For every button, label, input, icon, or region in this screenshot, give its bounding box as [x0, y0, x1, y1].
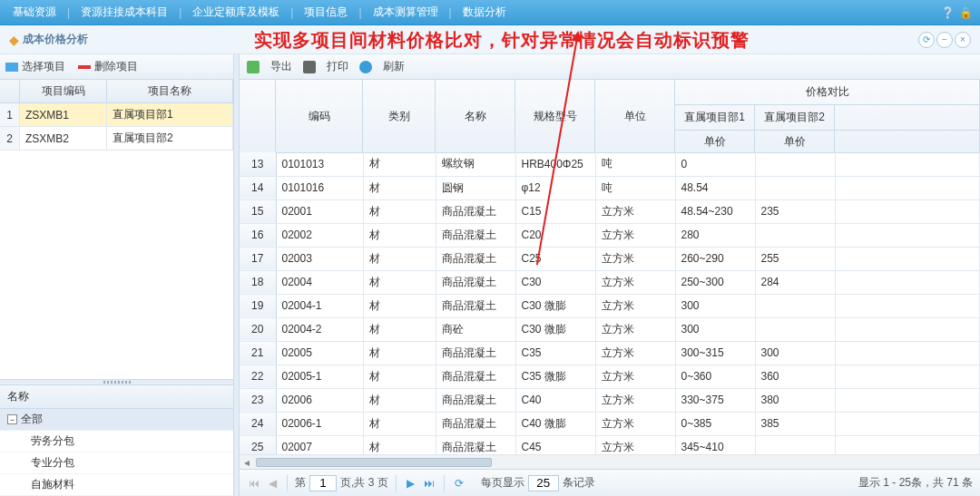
first-page-icon[interactable]: ⏮: [247, 476, 261, 491]
analysis-icon: ◆: [9, 33, 19, 47]
data-grid: 编码 类别 名称 规格型号 单位 价格对比 直属项目部1 直属项目部2: [240, 80, 980, 469]
table-row[interactable]: 2302006材商品混凝土C40立方米330~375380: [240, 388, 980, 412]
col-price-group: 价格对比 直属项目部1 直属项目部2 单价 单价: [675, 80, 980, 152]
col-project-name[interactable]: 项目名称: [107, 80, 233, 102]
refresh-icon[interactable]: [359, 61, 372, 73]
col-unitprice1[interactable]: 单价: [675, 131, 755, 152]
print-button[interactable]: 打印: [327, 59, 348, 74]
last-page-icon[interactable]: ⏭: [422, 476, 436, 491]
col-spec[interactable]: 规格型号: [515, 80, 595, 152]
col-proj1[interactable]: 直属项目部1: [675, 105, 755, 131]
project-row[interactable]: 1ZSXMB1直属项目部1: [0, 103, 233, 127]
horizontal-splitter[interactable]: [0, 380, 233, 385]
project-row[interactable]: 2ZSXMB2直属项目部2: [0, 127, 233, 151]
col-unit[interactable]: 单位: [595, 80, 675, 152]
collapse-icon[interactable]: −: [7, 414, 17, 424]
table-row[interactable]: 2202005-1材商品混凝土C35 微膨立方米0~360360: [240, 365, 980, 388]
table-row[interactable]: 130101013材螺纹钢HRB400Φ25吨0: [240, 152, 980, 176]
right-panel: 导出 打印 刷新 编码 类别 名称 规格型号 单位: [234, 54, 980, 496]
col-project-code[interactable]: 项目编码: [20, 80, 107, 102]
grid-header: 编码 类别 名称 规格型号 单位 价格对比 直属项目部1 直属项目部2: [240, 80, 980, 153]
tree-node[interactable]: 劳务分包: [0, 431, 233, 452]
table-row[interactable]: 2402006-1材商品混凝土C40 微膨立方米0~385385: [240, 412, 980, 435]
menu-item[interactable]: 资源挂接成本科目: [75, 5, 173, 20]
select-project-button[interactable]: 选择项目: [22, 59, 65, 74]
scroll-thumb[interactable]: [256, 458, 492, 467]
table-row[interactable]: 2002004-2材商砼C30 微膨立方米300: [240, 317, 980, 341]
print-icon[interactable]: [303, 61, 316, 73]
menu-item[interactable]: 企业定额库及模板: [187, 5, 285, 20]
grid-toolbar: 导出 打印 刷新: [240, 54, 980, 80]
help-icon[interactable]: ❔: [940, 5, 955, 20]
annotation-text: 实现多项目间材料价格比对，针对异常情况会自动标识预警: [254, 28, 750, 53]
col-unitprice2[interactable]: 单价: [755, 131, 835, 152]
close-icon[interactable]: ×: [955, 32, 971, 48]
col-name[interactable]: 名称: [436, 80, 515, 152]
menu-item[interactable]: 项目信息: [299, 5, 353, 20]
page-size-select[interactable]: [528, 475, 559, 491]
tree-node[interactable]: 专业分包: [0, 452, 233, 474]
scroll-left-icon[interactable]: ◂: [240, 456, 254, 469]
left-panel: 选择项目 删除项目 项目编码 项目名称 1ZSXMB1直属项目部12ZSXMB2…: [0, 54, 234, 496]
category-tree: − 全部 劳务分包专业分包自施材料: [0, 409, 233, 496]
lock-icon[interactable]: 🔒: [958, 5, 973, 20]
col-proj2[interactable]: 直属项目部2: [755, 105, 835, 131]
horizontal-scrollbar[interactable]: ◂: [240, 454, 980, 469]
col-rownum: [240, 80, 276, 152]
pager-summary: 显示 1 - 25条，共 71 条: [858, 475, 973, 491]
export-icon[interactable]: [247, 61, 260, 73]
page-input[interactable]: [309, 475, 337, 491]
grid-body[interactable]: 130101013材螺纹钢HRB400Φ25吨0140101016材圆钢φ12吨…: [240, 152, 980, 469]
col-code[interactable]: 编码: [276, 80, 363, 152]
refresh-window-icon[interactable]: ⟳: [918, 32, 935, 48]
menu-item[interactable]: 成本测算管理: [368, 5, 444, 20]
refresh-button[interactable]: 刷新: [383, 59, 405, 74]
tree-root[interactable]: − 全部: [0, 409, 233, 431]
top-menu: 基础资源|资源挂接成本科目|企业定额库及模板|项目信息|成本测算管理|数据分析 …: [0, 0, 980, 25]
select-project-icon[interactable]: [5, 63, 18, 72]
table-row[interactable]: 1502001材商品混凝土C15立方米48.54~230235: [240, 199, 980, 223]
project-toolbar: 选择项目 删除项目: [0, 54, 233, 80]
minimize-icon[interactable]: −: [936, 32, 953, 48]
title-bar: ◆ 成本价格分析 实现多项目间材料价格比对，针对异常情况会自动标识预警 ⟳ − …: [0, 25, 980, 54]
export-button[interactable]: 导出: [270, 59, 292, 74]
project-table-header: 项目编码 项目名称: [0, 80, 233, 103]
next-page-icon[interactable]: ▶: [404, 476, 418, 491]
table-row[interactable]: 1702003材商品混凝土C25立方米260~290255: [240, 247, 980, 270]
table-row[interactable]: 1602002材商品混凝土C20立方米280: [240, 223, 980, 247]
delete-project-icon[interactable]: [78, 65, 91, 69]
table-row[interactable]: 1802004材商品混凝土C30立方米250~300284: [240, 270, 980, 294]
table-row[interactable]: 1902004-1材商品混凝土C30 微膨立方米300: [240, 294, 980, 317]
table-row[interactable]: 140101016材圆钢φ12吨48.54: [240, 176, 980, 199]
col-category[interactable]: 类别: [363, 80, 436, 152]
prev-page-icon[interactable]: ◀: [265, 476, 279, 491]
pager: ⏮ ◀ 第 页,共 3 页 ▶ ⏭ ⟳ 每页显示 条记录 显示 1 - 25条，…: [240, 469, 980, 496]
page-title: 成本价格分析: [23, 32, 88, 47]
table-row[interactable]: 2102005材商品混凝土C35立方米300~315300: [240, 341, 980, 365]
reload-icon[interactable]: ⟳: [452, 476, 466, 491]
tree-header: 名称: [0, 385, 233, 409]
menu-item[interactable]: 数据分析: [457, 5, 512, 20]
delete-project-button[interactable]: 删除项目: [94, 59, 138, 74]
tree-node[interactable]: 自施材料: [0, 474, 233, 496]
menu-item[interactable]: 基础资源: [7, 5, 62, 20]
